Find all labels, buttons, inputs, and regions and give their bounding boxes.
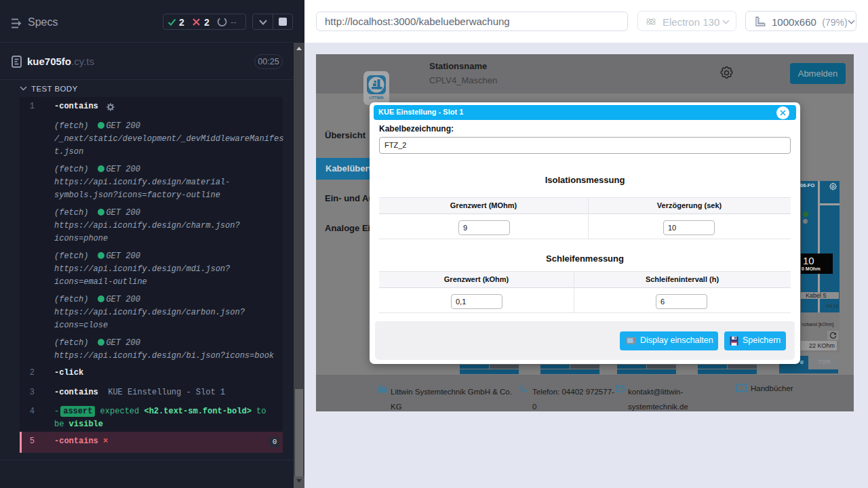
svg-text:LITTWIN: LITTWIN: [369, 96, 383, 100]
